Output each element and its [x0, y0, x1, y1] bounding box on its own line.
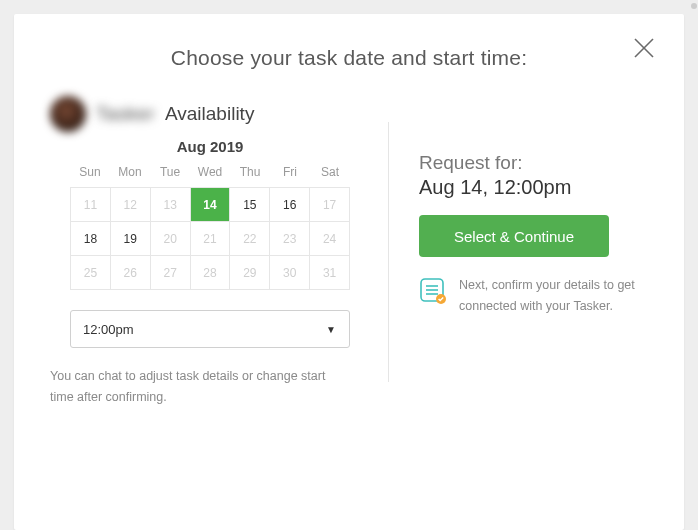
calendar-day: 29	[230, 256, 270, 290]
calendar-day: 26	[111, 256, 151, 290]
calendar-dow: Thu	[230, 165, 270, 179]
calendar-day: 31	[310, 256, 350, 290]
calendar-day: 17	[310, 188, 350, 222]
time-select[interactable]: 12:00pm	[70, 310, 350, 348]
calendar-dow: Mon	[110, 165, 150, 179]
calendar-day: 23	[270, 222, 310, 256]
modal-body: Tasker Availability Aug 2019 SunMonTueWe…	[50, 96, 648, 409]
calendar: Aug 2019 SunMonTueWedThuFriSat 111213141…	[70, 138, 350, 290]
calendar-day[interactable]: 14	[191, 188, 231, 222]
request-label: Request for:	[419, 152, 639, 174]
tasker-name: Tasker	[96, 103, 155, 125]
next-step-text: Next, confirm your details to get connec…	[459, 275, 639, 318]
calendar-week: 11121314151617	[71, 188, 350, 222]
calendar-day: 25	[71, 256, 111, 290]
availability-label: Availability	[165, 103, 254, 125]
calendar-day: 24	[310, 222, 350, 256]
vertical-divider	[388, 122, 389, 382]
calendar-day: 28	[191, 256, 231, 290]
close-button[interactable]	[632, 36, 656, 60]
calendar-day[interactable]: 16	[270, 188, 310, 222]
calendar-day: 21	[191, 222, 231, 256]
calendar-day[interactable]: 18	[71, 222, 111, 256]
calendar-day: 22	[230, 222, 270, 256]
calendar-dow: Fri	[270, 165, 310, 179]
right-column: Request for: Aug 14, 12:00pm Select & Co…	[419, 96, 639, 409]
modal-title: Choose your task date and start time:	[50, 46, 648, 70]
scrollbar-thumb[interactable]	[691, 3, 697, 9]
calendar-month: Aug 2019	[70, 138, 350, 155]
left-column: Tasker Availability Aug 2019 SunMonTueWe…	[50, 96, 370, 409]
calendar-dow: Wed	[190, 165, 230, 179]
calendar-week: 25262728293031	[71, 256, 350, 290]
calendar-day: 20	[151, 222, 191, 256]
hint-text: You can chat to adjust task details or c…	[50, 366, 340, 409]
time-select-wrap: 12:00pm ▼	[50, 310, 370, 348]
calendar-dow-header: SunMonTueWedThuFriSat	[70, 165, 350, 179]
checklist-icon	[419, 277, 447, 305]
calendar-grid: 1112131415161718192021222324252627282930…	[70, 187, 350, 290]
calendar-day: 13	[151, 188, 191, 222]
tasker-header: Tasker Availability	[50, 96, 370, 132]
calendar-day: 12	[111, 188, 151, 222]
request-value: Aug 14, 12:00pm	[419, 176, 639, 199]
select-continue-button[interactable]: Select & Continue	[419, 215, 609, 257]
calendar-day[interactable]: 19	[111, 222, 151, 256]
calendar-dow: Sat	[310, 165, 350, 179]
calendar-day: 27	[151, 256, 191, 290]
close-icon	[632, 36, 656, 60]
calendar-dow: Tue	[150, 165, 190, 179]
calendar-dow: Sun	[70, 165, 110, 179]
calendar-week: 18192021222324	[71, 222, 350, 256]
avatar	[50, 96, 86, 132]
next-step-box: Next, confirm your details to get connec…	[419, 275, 639, 318]
calendar-day[interactable]: 15	[230, 188, 270, 222]
scrollbar-track[interactable]	[689, 1, 697, 529]
calendar-day: 11	[71, 188, 111, 222]
calendar-day: 30	[270, 256, 310, 290]
date-time-modal: Choose your task date and start time: Ta…	[14, 14, 684, 530]
